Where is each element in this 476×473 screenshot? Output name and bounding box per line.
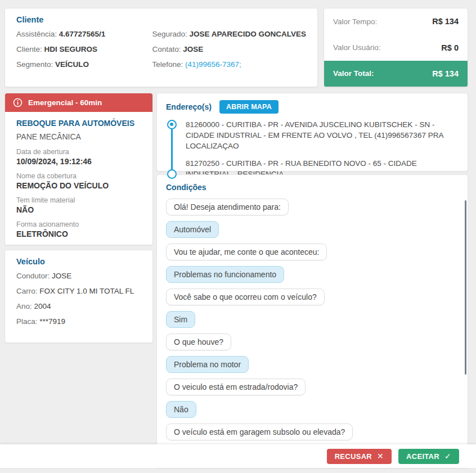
field-label: Contato:	[152, 45, 181, 53]
footer-action-bar: RECUSAR ✕ ACEITAR ✓	[0, 444, 476, 468]
conditions-scrollbar[interactable]	[465, 200, 466, 375]
chat-bubble: Problema no motor	[166, 356, 249, 373]
urgency-label: Emergencial - 60min	[28, 98, 102, 107]
client-field: Segmento: VEÍCULO	[16, 60, 152, 69]
client-panel-title: Cliente	[16, 15, 306, 24]
detail-value: REMOÇÃO DO VEÍCULO	[16, 181, 145, 190]
chat-message-line: Problemas no funcionamento	[166, 266, 459, 283]
chat-bubble: Automóvel	[166, 221, 219, 238]
vehicle-field: Ano: 2004	[16, 302, 145, 310]
chat-message-line: O que houve?	[166, 334, 459, 350]
check-icon: ✓	[444, 452, 451, 461]
chat-bubble: Não	[166, 401, 196, 418]
chat-bubble: Você sabe o que ocorreu com o veículo?	[166, 289, 325, 305]
chat-bubble: O que houve?	[166, 334, 231, 350]
field-label: Assistência:	[16, 30, 57, 38]
chat-message-line: Automóvel	[166, 221, 459, 238]
vehicle-panel: Veículo Condutor: JOSE Carro: FOX CITY 1…	[5, 250, 153, 343]
client-field: Cliente: HDI SEGUROS	[16, 45, 152, 53]
field-value: FOX CITY 1.0 MI TOTAL FL	[39, 287, 134, 295]
value-row: Valor Usuário: R$ 0	[324, 34, 468, 60]
vehicle-panel-title: Veículo	[16, 257, 145, 266]
reject-button-label: RECUSAR	[335, 452, 372, 461]
urgency-banner: Emergencial - 60min	[5, 93, 152, 112]
chat-bubble: Problemas no funcionamento	[166, 266, 284, 283]
chat-message-line: Problema no motor	[166, 356, 459, 373]
chat-bubble: O veiculo está em estrada/rodovia?	[166, 379, 306, 395]
address-row: 81260000 - CURITIBA - PR - AVENIDA JUSCE…	[167, 119, 457, 151]
info-icon	[13, 98, 23, 107]
conditions-chat: Olá! Deseja atendimento para: Automóvel …	[166, 199, 459, 463]
service-detail: Forma acionamento ELETRÔNICO	[16, 220, 145, 238]
field-label: Ano:	[16, 302, 32, 310]
address-radio-marker[interactable]	[167, 120, 177, 129]
total-amount: R$ 134	[432, 69, 459, 78]
value-amount: R$ 0	[441, 43, 459, 52]
chat-message-line: Não	[166, 401, 459, 418]
address-panel-title: Endereço(s)	[166, 102, 212, 111]
chat-message-line: Olá! Deseja atendimento para:	[166, 199, 459, 215]
client-fields-right: Segurado: JOSE APARECIDO GONCALVES Conta…	[152, 30, 306, 75]
address-panel: Endereço(s) ABRIR MAPA 81260000 - CURITI…	[156, 93, 468, 172]
open-map-button[interactable]: ABRIR MAPA	[219, 100, 279, 114]
address-text: 81260000 - CURITIBA - PR - AVENIDA JUSCE…	[186, 119, 457, 151]
field-value: (41)99656-7367;	[185, 60, 241, 69]
value-label: Valor Usuário:	[333, 43, 381, 52]
conditions-title: Condições	[166, 183, 459, 192]
detail-value: 10/09/2024, 19:12:46	[16, 157, 145, 166]
field-value: HDI SEGUROS	[44, 45, 98, 53]
service-detail: Tem limite material NÃO	[16, 196, 145, 214]
address-radio-marker[interactable]	[167, 169, 177, 179]
service-detail: Nome da cobertura REMOÇÃO DO VEÍCULO	[16, 172, 145, 190]
values-rows: Valor Tempo: R$ 134 Valor Usuário: R$ 0	[324, 8, 468, 61]
field-label: Placa:	[16, 317, 38, 326]
field-value: JOSE APARECIDO GONCALVES	[189, 30, 306, 38]
field-label: Segurado:	[152, 30, 187, 38]
chat-bubble: Vou te ajudar, me conte o que aconteceu:	[166, 244, 327, 260]
value-total-row: Valor Total: R$ 134	[324, 61, 468, 87]
client-fields-left: Assistência: 4.67727565/1 Cliente: HDI S…	[16, 30, 152, 75]
detail-label: Forma acionamento	[16, 220, 145, 228]
chat-message-line: O veiculo está em estrada/rodovia?	[166, 379, 459, 395]
field-value: JOSE	[52, 272, 71, 280]
field-label: Carro:	[16, 287, 38, 295]
vehicle-field: Condutor: JOSE	[16, 272, 145, 280]
detail-label: Data de abertura	[16, 148, 145, 156]
vehicle-fields: Condutor: JOSE Carro: FOX CITY 1.0 MI TO…	[16, 272, 145, 326]
field-value: JOSE	[183, 45, 203, 53]
chat-message-line: Vou te ajudar, me conte o que aconteceu:	[166, 244, 459, 260]
service-name: REBOQUE PARA AUTOMÓVEIS	[16, 119, 145, 128]
address-list: 81260000 - CURITIBA - PR - AVENIDA JUSCE…	[166, 119, 457, 179]
field-value: 4.67727565/1	[59, 30, 106, 38]
value-amount: R$ 134	[432, 17, 459, 26]
accept-button-label: ACEITAR	[406, 452, 439, 461]
detail-label: Tem limite material	[16, 196, 145, 204]
detail-value: ELETRÔNICO	[16, 229, 145, 238]
detail-value: NÃO	[16, 205, 145, 214]
chat-bubble: Olá! Deseja atendimento para:	[166, 199, 289, 215]
field-value: VEÍCULO	[55, 60, 89, 69]
reject-button[interactable]: RECUSAR ✕	[327, 449, 392, 464]
field-label: Condutor:	[16, 272, 50, 280]
values-panel: Valor Tempo: R$ 134 Valor Usuário: R$ 0 …	[324, 8, 468, 87]
service-problem: PANE MECÂNICA	[16, 132, 145, 141]
service-details: Data de abertura 10/09/2024, 19:12:46 No…	[16, 148, 145, 238]
field-value: 2004	[34, 302, 51, 310]
client-panel: Cliente Assistência: 4.67727565/1 Client…	[5, 8, 318, 87]
total-label: Valor Total:	[333, 69, 374, 78]
value-label: Valor Tempo:	[333, 17, 377, 26]
detail-label: Nome da cobertura	[16, 172, 145, 180]
client-field: Assistência: 4.67727565/1	[16, 30, 152, 38]
value-row: Valor Tempo: R$ 134	[324, 8, 468, 34]
vehicle-field: Placa: ***7919	[16, 317, 145, 326]
client-field: Telefone: (41)99656-7367;	[152, 60, 306, 69]
vehicle-field: Carro: FOX CITY 1.0 MI TOTAL FL	[16, 287, 145, 295]
field-value: ***7919	[39, 317, 65, 326]
field-label: Cliente:	[16, 45, 42, 53]
chat-bubble: O veículo está em garagem subsolo ou ele…	[166, 424, 353, 440]
field-label: Segmento:	[16, 60, 53, 69]
conditions-panel: Condições Olá! Deseja atendimento para: …	[156, 174, 468, 468]
close-icon: ✕	[377, 452, 384, 461]
chat-message-line: Você sabe o que ocorreu com o veículo?	[166, 289, 459, 305]
accept-button[interactable]: ACEITAR ✓	[398, 449, 459, 464]
